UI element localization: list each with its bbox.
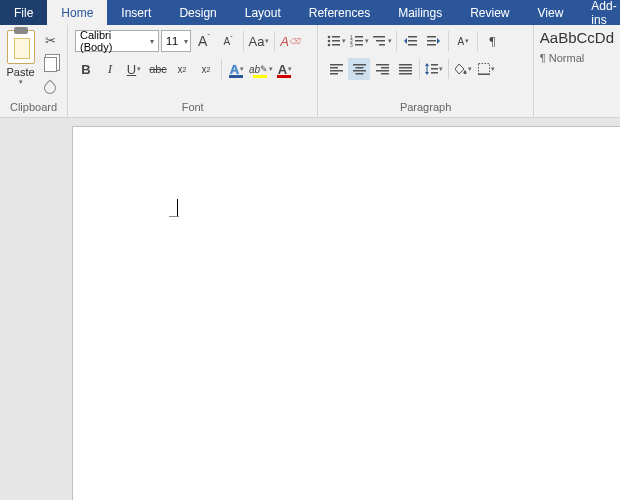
tab-view[interactable]: View bbox=[524, 0, 578, 25]
tab-references[interactable]: References bbox=[295, 0, 384, 25]
svg-rect-25 bbox=[353, 64, 366, 66]
tab-review[interactable]: Review bbox=[456, 0, 523, 25]
tab-home[interactable]: Home bbox=[47, 0, 107, 25]
svg-rect-7 bbox=[355, 36, 363, 38]
show-marks-button[interactable]: ¶ bbox=[481, 30, 503, 52]
svg-rect-39 bbox=[431, 68, 438, 70]
svg-rect-31 bbox=[376, 70, 389, 72]
svg-rect-36 bbox=[399, 73, 412, 75]
svg-rect-20 bbox=[427, 44, 436, 46]
svg-rect-11 bbox=[355, 44, 363, 46]
tab-addins[interactable]: Add-ins bbox=[577, 0, 620, 25]
highlight-button[interactable]: ab✎ bbox=[250, 58, 272, 80]
svg-rect-37 bbox=[427, 65, 428, 73]
borders-button[interactable] bbox=[475, 58, 497, 80]
style-name-normal: ¶ Normal bbox=[540, 52, 614, 64]
align-left-button[interactable] bbox=[325, 58, 347, 80]
tab-design[interactable]: Design bbox=[165, 0, 230, 25]
svg-rect-38 bbox=[431, 64, 438, 66]
tab-file[interactable]: File bbox=[0, 0, 47, 25]
change-case-button[interactable]: Aa bbox=[248, 30, 270, 52]
svg-rect-33 bbox=[399, 64, 412, 66]
tab-layout[interactable]: Layout bbox=[231, 0, 295, 25]
ribbon-tabs: File Home Insert Design Layout Reference… bbox=[0, 0, 620, 25]
underline-button[interactable]: U bbox=[123, 58, 145, 80]
group-clipboard: Paste ▾ Clipboard bbox=[0, 25, 68, 117]
decrease-indent-button[interactable] bbox=[400, 30, 422, 52]
italic-button[interactable]: I bbox=[99, 58, 121, 80]
font-family-value: Calibri (Body) bbox=[80, 29, 144, 53]
svg-rect-13 bbox=[376, 40, 385, 42]
workspace bbox=[0, 118, 620, 500]
group-label-paragraph: Paragraph bbox=[322, 100, 528, 116]
increase-indent-button[interactable] bbox=[423, 30, 445, 52]
svg-rect-9 bbox=[355, 40, 363, 42]
svg-rect-29 bbox=[376, 64, 389, 66]
group-font: Calibri (Body)▾ 11▾ Aˆ Aˇ Aa A⌫ B I U ab… bbox=[68, 25, 318, 117]
group-paragraph: 123 A ¶ Paragraph bbox=[318, 25, 533, 117]
font-size-value: 11 bbox=[166, 35, 178, 47]
svg-rect-42 bbox=[478, 74, 490, 76]
style-preview-normal[interactable]: AaBbCcDd bbox=[540, 29, 614, 46]
svg-rect-24 bbox=[330, 73, 338, 75]
svg-point-4 bbox=[328, 44, 331, 47]
svg-rect-3 bbox=[332, 40, 340, 42]
svg-rect-22 bbox=[330, 67, 338, 69]
paste-button[interactable]: Paste ▾ bbox=[4, 28, 37, 100]
format-painter-button[interactable] bbox=[40, 78, 60, 98]
svg-rect-14 bbox=[379, 44, 385, 46]
line-spacing-button[interactable] bbox=[423, 58, 445, 80]
multilevel-list-button[interactable] bbox=[371, 30, 393, 52]
svg-rect-21 bbox=[330, 64, 343, 66]
svg-rect-17 bbox=[408, 44, 417, 46]
font-family-combo[interactable]: Calibri (Body)▾ bbox=[75, 30, 159, 52]
svg-rect-27 bbox=[353, 70, 366, 72]
group-label-font: Font bbox=[72, 100, 313, 116]
justify-button[interactable] bbox=[394, 58, 416, 80]
svg-rect-26 bbox=[355, 67, 363, 69]
group-styles: AaBbCcDd ¶ Normal bbox=[534, 25, 620, 117]
align-right-button[interactable] bbox=[371, 58, 393, 80]
text-effects-button[interactable]: A bbox=[226, 58, 248, 80]
group-label-clipboard: Clipboard bbox=[4, 100, 63, 116]
ribbon: Paste ▾ Clipboard Calibri (Body)▾ 11▾ Aˆ… bbox=[0, 25, 620, 118]
svg-rect-30 bbox=[381, 67, 389, 69]
paste-icon bbox=[7, 30, 35, 64]
tab-mailings[interactable]: Mailings bbox=[384, 0, 456, 25]
svg-rect-15 bbox=[408, 36, 417, 38]
svg-rect-41 bbox=[478, 64, 489, 75]
cursor-baseline bbox=[169, 216, 179, 217]
svg-rect-28 bbox=[355, 73, 363, 75]
font-color-button[interactable]: A bbox=[274, 58, 296, 80]
svg-rect-23 bbox=[330, 70, 343, 72]
superscript-button[interactable]: x2 bbox=[195, 58, 217, 80]
bullets-button[interactable] bbox=[325, 30, 347, 52]
svg-rect-19 bbox=[427, 40, 436, 42]
copy-button[interactable] bbox=[40, 54, 60, 74]
bold-button[interactable]: B bbox=[75, 58, 97, 80]
shading-button[interactable] bbox=[452, 58, 474, 80]
text-cursor bbox=[177, 199, 178, 217]
align-center-button[interactable] bbox=[348, 58, 370, 80]
document-page[interactable] bbox=[72, 126, 620, 500]
svg-rect-16 bbox=[408, 40, 417, 42]
svg-rect-12 bbox=[373, 36, 385, 38]
svg-text:3: 3 bbox=[350, 42, 353, 47]
subscript-button[interactable]: x2 bbox=[171, 58, 193, 80]
sort-button[interactable]: A bbox=[452, 30, 474, 52]
strikethrough-button[interactable]: abc bbox=[147, 58, 169, 80]
font-size-combo[interactable]: 11▾ bbox=[161, 30, 191, 52]
shrink-font-button[interactable]: Aˇ bbox=[217, 30, 239, 52]
grow-font-button[interactable]: Aˆ bbox=[193, 30, 215, 52]
tab-insert[interactable]: Insert bbox=[107, 0, 165, 25]
svg-rect-34 bbox=[399, 67, 412, 69]
svg-rect-40 bbox=[431, 72, 438, 74]
left-margin-area bbox=[0, 118, 72, 500]
svg-point-2 bbox=[328, 40, 331, 43]
clear-formatting-button[interactable]: A⌫ bbox=[279, 30, 301, 52]
cut-button[interactable] bbox=[40, 30, 60, 50]
paste-label: Paste bbox=[6, 66, 34, 78]
numbering-button[interactable]: 123 bbox=[348, 30, 370, 52]
svg-rect-1 bbox=[332, 36, 340, 38]
svg-rect-18 bbox=[427, 36, 436, 38]
